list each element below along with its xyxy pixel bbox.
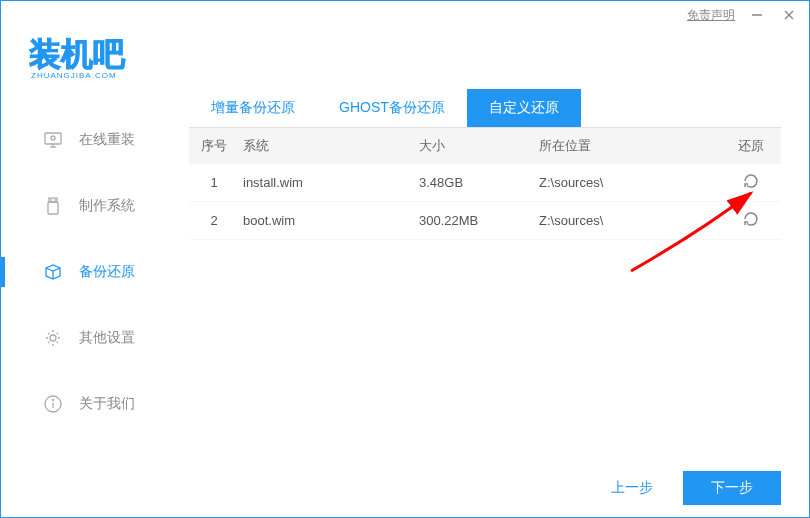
cell-system: boot.wim (239, 213, 419, 228)
titlebar: 免责声明 (1, 1, 809, 29)
usb-icon (43, 196, 63, 216)
table-row: 1 install.wim 3.48GB Z:\sources\ (189, 164, 781, 202)
cell-restore (721, 210, 781, 231)
sidebar-item-backup-restore[interactable]: 备份还原 (1, 239, 181, 305)
next-button[interactable]: 下一步 (683, 471, 781, 505)
cell-location: Z:\sources\ (539, 175, 721, 190)
header-location: 所在位置 (539, 137, 721, 155)
sidebar-item-label: 关于我们 (79, 395, 135, 413)
cell-size: 3.48GB (419, 175, 539, 190)
minimize-button[interactable] (747, 5, 767, 25)
disclaimer-link[interactable]: 免责声明 (687, 7, 735, 24)
header: 装机吧 ZHUANGJIBA.COM (1, 29, 809, 89)
svg-point-8 (51, 136, 55, 140)
header-size: 大小 (419, 137, 539, 155)
sidebar-item-label: 在线重装 (79, 131, 135, 149)
tab-incremental[interactable]: 增量备份还原 (189, 89, 317, 127)
svg-text:ZHUANGJIBA.COM: ZHUANGJIBA.COM (31, 71, 117, 80)
svg-rect-5 (45, 133, 61, 144)
sidebar-item-make-system[interactable]: 制作系统 (1, 173, 181, 239)
sidebar-item-label: 备份还原 (79, 263, 135, 281)
app-window: 免责声明 装机吧 ZHUANGJIBA.COM 在线重装 (0, 0, 810, 518)
prev-button[interactable]: 上一步 (599, 471, 665, 505)
tab-ghost[interactable]: GHOST备份还原 (317, 89, 467, 127)
header-system: 系统 (239, 137, 419, 155)
logo: 装机吧 ZHUANGJIBA.COM (29, 33, 179, 85)
table: 序号 系统 大小 所在位置 还原 1 install.wim 3.48GB Z:… (189, 128, 781, 459)
cell-location: Z:\sources\ (539, 213, 721, 228)
sidebar-item-other-settings[interactable]: 其他设置 (1, 305, 181, 371)
sidebar-item-reinstall[interactable]: 在线重装 (1, 107, 181, 173)
svg-point-17 (53, 400, 54, 401)
main-content: 增量备份还原 GHOST备份还原 自定义还原 序号 系统 大小 所在位置 还原 … (181, 89, 809, 459)
close-button[interactable] (779, 5, 799, 25)
restore-icon[interactable] (742, 172, 760, 190)
cell-restore (721, 172, 781, 193)
restore-icon[interactable] (742, 210, 760, 228)
cell-index: 1 (189, 175, 239, 190)
cell-index: 2 (189, 213, 239, 228)
tabs: 增量备份还原 GHOST备份还原 自定义还原 (189, 89, 781, 128)
table-header: 序号 系统 大小 所在位置 还原 (189, 128, 781, 164)
sidebar: 在线重装 制作系统 备份还原 其他设置 (1, 89, 181, 459)
body: 在线重装 制作系统 备份还原 其他设置 (1, 89, 809, 459)
svg-text:装机吧: 装机吧 (29, 36, 126, 72)
tab-custom[interactable]: 自定义还原 (467, 89, 581, 127)
sidebar-item-label: 制作系统 (79, 197, 135, 215)
svg-rect-10 (48, 202, 58, 214)
info-icon (43, 394, 63, 414)
header-restore: 还原 (721, 137, 781, 155)
gear-icon (43, 328, 63, 348)
cell-system: install.wim (239, 175, 419, 190)
header-index: 序号 (189, 137, 239, 155)
sidebar-item-about[interactable]: 关于我们 (1, 371, 181, 437)
monitor-icon (43, 130, 63, 150)
box-icon (43, 262, 63, 282)
sidebar-item-label: 其他设置 (79, 329, 135, 347)
table-row: 2 boot.wim 300.22MB Z:\sources\ (189, 202, 781, 240)
footer: 上一步 下一步 (1, 459, 809, 517)
cell-size: 300.22MB (419, 213, 539, 228)
svg-point-14 (50, 335, 56, 341)
